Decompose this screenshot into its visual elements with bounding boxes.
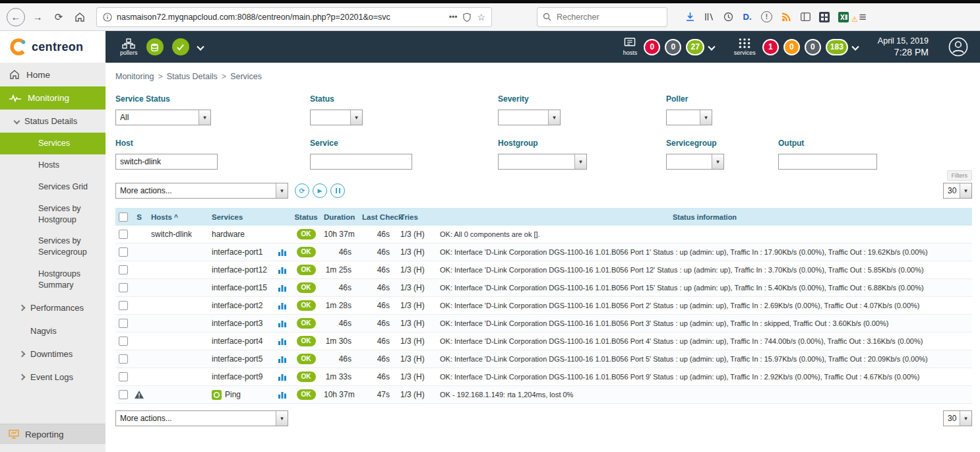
home-button[interactable] [71, 9, 88, 26]
service-link[interactable]: interface-port4 [212, 337, 262, 346]
pollers-chevron-down-icon[interactable] [197, 43, 204, 50]
column-header-tries[interactable]: Tries [398, 213, 437, 221]
column-header-hosts[interactable]: Hosts^ [147, 213, 208, 221]
graph-icon[interactable] [278, 248, 287, 257]
select-all-checkbox[interactable] [119, 212, 128, 222]
graph-icon[interactable] [278, 355, 287, 364]
status-counter-badge[interactable]: 27 [686, 39, 704, 55]
service-link[interactable]: hardware [212, 230, 245, 239]
site-info-icon[interactable] [103, 13, 112, 22]
graph-icon[interactable] [278, 391, 287, 399]
service-link[interactable]: interface-port15 [212, 283, 267, 292]
sidebar-item-services-by-hostgroup[interactable]: Services by Hostgroup [0, 198, 106, 231]
row-checkbox[interactable] [119, 283, 128, 292]
row-checkbox[interactable] [119, 354, 128, 364]
spreadsheet-extension-icon[interactable] [838, 11, 849, 23]
row-checkbox[interactable] [119, 390, 128, 399]
services-menu[interactable]: services [734, 38, 756, 56]
poller-select[interactable]: ▾ [666, 110, 712, 125]
breadcrumb-item-monitoring[interactable]: Monitoring [115, 72, 154, 81]
shield-icon[interactable] [463, 13, 471, 22]
page-size-select-bottom[interactable]: 30 ▾ [943, 410, 972, 426]
sidebar-item-performances[interactable]: Performances [0, 296, 106, 319]
browser-search-input[interactable] [555, 12, 661, 22]
database-status-icon[interactable] [146, 38, 164, 55]
row-checkbox[interactable] [119, 230, 128, 239]
column-header-last-check[interactable]: Last Check [359, 213, 398, 221]
download-icon[interactable] [685, 11, 695, 23]
column-header-duration[interactable]: Duration [321, 213, 359, 221]
service-link[interactable]: interface-port12 [212, 265, 267, 274]
sidebar-item-hostgroups-summary[interactable]: Hostgroups Summary [0, 263, 106, 296]
graph-icon[interactable] [278, 284, 287, 292]
forward-button[interactable]: → [29, 9, 46, 26]
page-size-select[interactable]: 30 ▾ [943, 183, 972, 199]
more-actions-select-bottom[interactable]: More actions... ▾ [115, 410, 288, 426]
url-bar[interactable]: nasmaison72.myqnapcloud.com:8088/centreo… [96, 7, 492, 27]
sidebar-toggle-icon[interactable] [800, 11, 811, 23]
more-actions-select[interactable]: More actions... ▾ [115, 183, 288, 199]
status-counter-badge[interactable]: 183 [826, 39, 848, 55]
host-cell[interactable]: switch-dlink [147, 230, 208, 239]
output-input[interactable] [778, 154, 877, 170]
play-button[interactable]: ▶ [313, 183, 327, 198]
status-counter-badge[interactable]: 1 [762, 39, 779, 55]
centreon-logo[interactable]: centreon [0, 31, 106, 63]
graph-icon[interactable] [278, 373, 287, 381]
graph-icon[interactable] [278, 302, 287, 310]
service-link[interactable]: interface-port1 [212, 247, 262, 257]
row-checkbox[interactable] [119, 265, 128, 274]
hosts-menu[interactable]: hosts [623, 38, 637, 56]
service-status-select[interactable]: All▾ [115, 110, 211, 125]
sidebar-item-reporting[interactable]: Reporting [0, 424, 106, 444]
hostgroup-select[interactable]: ▾ [498, 154, 587, 170]
row-checkbox[interactable] [119, 301, 128, 310]
sidebar-item-services[interactable]: Services [0, 133, 106, 154]
poller-ok-icon[interactable] [172, 38, 189, 55]
service-link[interactable]: Ping [225, 390, 241, 399]
pause-button[interactable] [330, 183, 345, 198]
user-menu[interactable] [948, 37, 968, 57]
status-select[interactable]: ▾ [310, 110, 363, 125]
severity-select[interactable]: ▾ [498, 110, 561, 125]
breadcrumb-item-status-details[interactable]: Status Details [167, 72, 218, 81]
status-counter-badge[interactable]: 0 [805, 39, 821, 55]
back-button[interactable]: ← [7, 8, 25, 26]
graph-icon[interactable] [278, 319, 287, 328]
chevron-down-icon[interactable] [708, 43, 715, 50]
page-actions-icon[interactable]: ••• [449, 13, 458, 22]
sidebar-item-services-grid[interactable]: Services Grid [0, 176, 106, 198]
service-link[interactable]: interface-port2 [212, 301, 262, 310]
library-icon[interactable] [704, 11, 714, 23]
sidebar-item-services-by-servicegroup[interactable]: Services by Servicegroup [0, 230, 106, 263]
graph-icon[interactable] [278, 337, 287, 346]
sidebar-item-monitoring[interactable]: Monitoring [0, 86, 106, 110]
breadcrumb-item-services[interactable]: Services [230, 72, 262, 81]
service-link[interactable]: interface-port5 [212, 354, 262, 364]
service-input[interactable] [310, 154, 412, 170]
sidebar-item-hosts[interactable]: Hosts [0, 154, 106, 176]
servicegroup-select[interactable]: ▾ [666, 154, 724, 170]
rss-icon[interactable] [781, 11, 791, 23]
graph-icon[interactable] [278, 266, 287, 274]
refresh-button[interactable]: ⟳ [295, 183, 309, 198]
row-checkbox[interactable] [119, 372, 128, 381]
status-counter-badge[interactable]: 0 [665, 39, 681, 55]
bookmark-star-icon[interactable]: ☆ [477, 12, 485, 22]
row-checkbox[interactable] [119, 337, 128, 346]
grid-extension-icon[interactable] [819, 11, 830, 23]
sidebar-item-downtimes[interactable]: Downtimes [0, 342, 106, 366]
pollers-menu[interactable]: pollers [120, 38, 138, 56]
status-counter-badge[interactable]: 0 [644, 39, 660, 55]
column-header-services[interactable]: Services [208, 213, 274, 221]
service-link[interactable]: interface-port9 [212, 372, 262, 381]
row-checkbox[interactable] [119, 247, 128, 257]
status-counter-badge[interactable]: 0 [783, 39, 800, 55]
column-header-status[interactable]: Status [291, 213, 321, 221]
reload-button[interactable]: ⟳ [50, 9, 67, 26]
chevron-down-icon[interactable] [851, 43, 859, 50]
sidebar-item-home[interactable]: Home [0, 63, 106, 86]
history-icon[interactable] [723, 11, 733, 23]
menu-button[interactable]: ≡ ⚠ [857, 11, 868, 23]
service-link[interactable]: interface-port3 [212, 319, 262, 328]
